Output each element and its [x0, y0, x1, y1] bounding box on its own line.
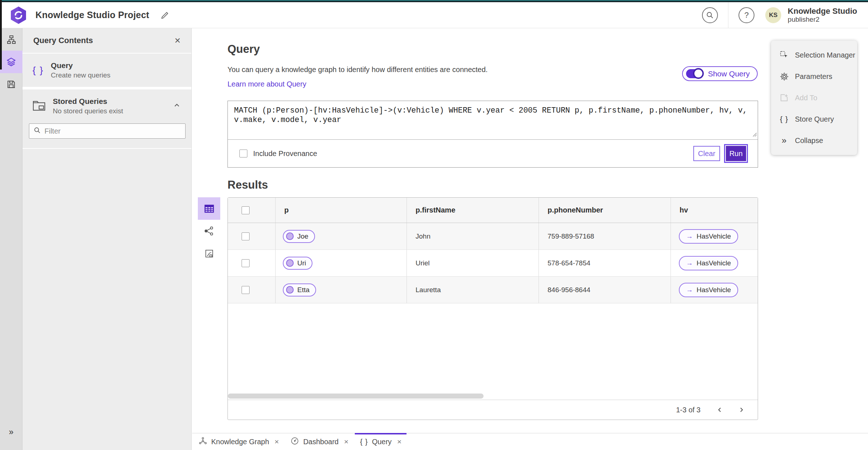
panel-separator [22, 148, 191, 149]
include-provenance-checkbox[interactable] [239, 150, 247, 157]
previous-page-button[interactable] [714, 404, 725, 415]
chart-view-button[interactable] [198, 242, 220, 265]
results-title: Results [227, 178, 268, 192]
main-content: Query You can query a knowledge graph to… [192, 28, 868, 433]
column-header-hv[interactable]: hv [671, 198, 758, 223]
tab-close-icon[interactable]: × [397, 437, 401, 446]
query-editor-box: MATCH (p:Person)-[hv:HasVehicle]->(v:Veh… [227, 101, 758, 168]
chevron-up-icon[interactable] [173, 101, 181, 111]
user-app-name: Knowledge Studio [788, 7, 857, 16]
panel-item-stored-queries[interactable]: Stored Queries No stored queries exist [22, 89, 191, 123]
table-header-row: p p.firstName p.phoneNumber hv [228, 198, 758, 223]
column-header-phonenumber[interactable]: p.phoneNumber [539, 198, 671, 223]
gear-icon [779, 72, 789, 81]
rail-expand-button[interactable]: » [0, 427, 22, 437]
tab-dashboard[interactable]: Dashboard × [285, 433, 354, 450]
resize-handle[interactable] [753, 132, 757, 138]
table-row[interactable]: Joe John 759-889-57168 →HasVehicle [228, 223, 758, 250]
filter-input-box [29, 123, 186, 139]
node-icon [286, 232, 294, 240]
avatar-initials: KS [769, 12, 778, 19]
node-icon [286, 286, 294, 294]
graph-view-button[interactable] [198, 220, 220, 242]
project-title: Knowledge Studio Project [35, 10, 149, 20]
window-edge [0, 0, 2, 70]
node-pill[interactable]: Etta [283, 283, 316, 297]
filter-input[interactable] [44, 127, 181, 135]
stored-queries-subtitle: No stored queries exist [53, 107, 123, 115]
pagination-bar: 1-3 of 3 [228, 400, 758, 420]
node-pill[interactable]: Uri [283, 257, 312, 270]
table-empty-area [228, 303, 758, 400]
next-page-button[interactable] [736, 404, 747, 415]
row-checkbox[interactable] [242, 286, 250, 294]
column-header-firstname[interactable]: p.firstName [407, 198, 539, 223]
topbar: Knowledge Studio Project ? KS Knowledge … [0, 2, 868, 28]
query-item-subtitle: Create new queries [51, 71, 111, 79]
cell-firstname: Lauretta [407, 277, 539, 303]
table-view-button[interactable] [198, 197, 220, 220]
tab-query[interactable]: { } Query × [354, 433, 407, 450]
cell-firstname: John [407, 223, 539, 249]
menu-item-parameters[interactable]: Parameters [771, 67, 857, 85]
topbar-divider [728, 2, 728, 28]
rail-item-layers[interactable] [0, 51, 22, 73]
cell-firstname: Uriel [407, 250, 539, 276]
horizontal-scrollbar[interactable] [228, 394, 484, 399]
tab-label: Dashboard [303, 438, 339, 446]
tab-close-icon[interactable]: × [344, 437, 348, 446]
rail-item-hierarchy[interactable] [0, 28, 22, 51]
braces-icon: { } [33, 65, 44, 76]
menu-item-label: Store Query [795, 115, 834, 123]
relationship-pill[interactable]: →HasVehicle [679, 283, 738, 297]
toggle-switch[interactable] [686, 69, 703, 78]
table-row[interactable]: Uri Uriel 578-654-7854 →HasVehicle [228, 250, 758, 277]
panel-close-icon[interactable]: × [175, 35, 180, 46]
query-description: You can query a knowledge graph to ident… [227, 66, 488, 74]
avatar[interactable]: KS [765, 7, 781, 23]
search-button[interactable] [702, 7, 718, 23]
tab-knowledge-graph[interactable]: Knowledge Graph × [193, 433, 285, 450]
menu-item-store-query[interactable]: { } Store Query [771, 110, 857, 128]
help-button[interactable]: ? [739, 7, 754, 23]
show-query-toggle[interactable]: Show Query [682, 66, 758, 81]
row-checkbox[interactable] [242, 259, 250, 267]
query-textarea[interactable]: MATCH (p:Person)-[hv:HasVehicle]->(v:Veh… [228, 101, 758, 140]
relationship-pill[interactable]: →HasVehicle [679, 229, 738, 244]
dashboard-icon [290, 437, 299, 447]
query-contents-panel: Query Contents × { } Query Create new qu… [22, 28, 192, 450]
run-button[interactable]: Run [726, 146, 746, 161]
cell-phonenumber: 759-889-57168 [539, 223, 671, 249]
row-checkbox[interactable] [242, 232, 250, 240]
table-row[interactable]: Etta Lauretta 846-956-8644 →HasVehicle [228, 277, 758, 303]
folder-icon [33, 100, 46, 113]
app-logo-icon[interactable] [10, 6, 27, 24]
tab-label: Knowledge Graph [211, 438, 269, 446]
bottom-tabbar: Knowledge Graph × Dashboard × { } Query … [192, 433, 868, 450]
braces-icon: { } [779, 115, 789, 123]
panel-item-query[interactable]: { } Query Create new queries [22, 54, 191, 89]
filter-search-icon [34, 127, 41, 135]
column-header-p[interactable]: p [276, 198, 407, 223]
node-pill[interactable]: Joe [283, 230, 315, 243]
cell-phonenumber: 578-654-7854 [539, 250, 671, 276]
pagination-range: 1-3 of 3 [676, 406, 701, 414]
arrow-right-icon: → [686, 259, 693, 267]
select-all-checkbox[interactable] [242, 206, 250, 214]
arrow-right-icon: → [686, 286, 693, 294]
cell-phonenumber: 846-956-8644 [539, 277, 671, 303]
clear-button[interactable]: Clear [693, 146, 720, 161]
learn-more-link[interactable]: Learn more about Query [227, 80, 306, 88]
tab-close-icon[interactable]: × [275, 437, 279, 446]
toggle-knob [693, 68, 704, 79]
rail-item-save[interactable] [0, 73, 22, 96]
collapse-icon: » [779, 135, 789, 146]
relationship-pill[interactable]: →HasVehicle [679, 256, 738, 270]
topbar-right: ? KS Knowledge Studio publisher2 [702, 2, 868, 28]
menu-item-collapse[interactable]: » Collapse [771, 131, 857, 150]
menu-item-label: Collapse [795, 136, 823, 145]
results-view-toolbar [198, 197, 220, 265]
edit-title-icon[interactable] [160, 10, 170, 20]
menu-item-selection-manager[interactable]: Selection Manager [771, 46, 857, 64]
menu-item-label: Selection Manager [795, 51, 855, 59]
